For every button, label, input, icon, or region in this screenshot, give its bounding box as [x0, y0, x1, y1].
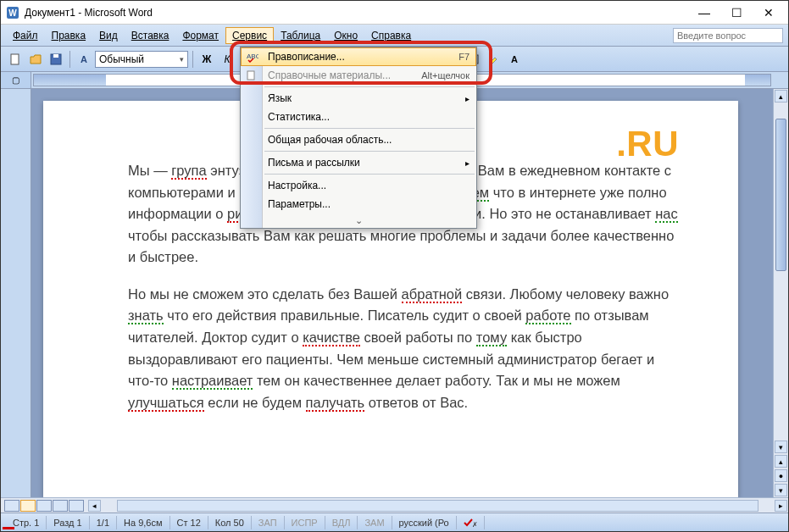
- bold-button[interactable]: Ж: [197, 50, 216, 69]
- status-pages: 1/1: [90, 516, 117, 529]
- new-doc-button[interactable]: [6, 50, 25, 69]
- svg-text:W: W: [8, 8, 17, 18]
- horizontal-scrollbar-row: ◂ ▸: [1, 497, 788, 513]
- menu-item-language[interactable]: Язык ▸: [241, 89, 476, 108]
- help-question-box[interactable]: [673, 28, 783, 43]
- statusbar: Стр. 1 Разд 1 1/1 На 9,6см Ст 12 Кол 50 …: [1, 513, 788, 531]
- grammar-error: знать: [128, 308, 164, 324]
- font-color-button[interactable]: A: [505, 50, 524, 69]
- open-button[interactable]: [26, 50, 45, 69]
- svg-rect-12: [247, 71, 254, 80]
- spellcheck-icon: ABC: [246, 50, 259, 64]
- window-controls: — ☐ ✕: [688, 3, 785, 23]
- svg-rect-2: [11, 54, 19, 64]
- ruler-corner: ▢: [1, 72, 31, 88]
- paragraph-2: Но мы не сможем это сделать без Вашей аб…: [128, 284, 679, 413]
- scroll-left-button[interactable]: ◂: [88, 500, 101, 512]
- grammar-error: настраивает: [172, 373, 253, 390]
- app-icon: W: [6, 6, 19, 19]
- status-ext[interactable]: ВДЛ: [325, 516, 358, 529]
- status-ovr[interactable]: ЗАМ: [358, 516, 392, 529]
- styles-button[interactable]: A: [75, 50, 93, 69]
- submenu-arrow-icon: ▸: [465, 158, 470, 168]
- view-mode-buttons: [1, 500, 87, 512]
- scroll-down-button[interactable]: ▾: [775, 441, 787, 453]
- menu-format[interactable]: Формат: [175, 27, 225, 44]
- window-title: Документ1 - Microsoft Word: [25, 7, 688, 19]
- titlebar: W Документ1 - Microsoft Word — ☐ ✕: [1, 1, 788, 25]
- horizontal-scrollbar[interactable]: [117, 500, 758, 512]
- menu-item-workspace[interactable]: Общая рабочая область...: [241, 130, 476, 149]
- svg-text:✗: ✗: [472, 521, 477, 528]
- menubar: Файл Правка Вид Вставка Формат Сервис Та…: [1, 25, 788, 47]
- status-trk[interactable]: ИСПР: [285, 516, 325, 529]
- menu-item-research[interactable]: Справочные материалы... Alt+щелчок: [241, 66, 476, 85]
- status-col: Кол 50: [208, 516, 252, 529]
- view-web-button[interactable]: [36, 500, 52, 512]
- next-page-button[interactable]: ▾: [775, 484, 787, 496]
- menu-window[interactable]: Окно: [327, 27, 364, 44]
- menu-file[interactable]: Файл: [6, 27, 45, 44]
- scroll-thumb[interactable]: [775, 119, 786, 271]
- menu-view[interactable]: Вид: [92, 27, 125, 44]
- menu-item-spelling[interactable]: ABC Правописание... F7: [241, 47, 476, 66]
- spelling-error: група: [171, 163, 206, 180]
- save-button[interactable]: [47, 50, 65, 69]
- maximize-button[interactable]: ☐: [720, 3, 753, 23]
- view-normal-button[interactable]: [4, 500, 19, 512]
- status-section: Разд 1: [47, 516, 89, 529]
- spelling-error: качистве: [303, 330, 360, 346]
- view-reading-button[interactable]: [69, 500, 84, 512]
- spelling-error: улучшаться: [128, 395, 204, 412]
- menu-item-options[interactable]: Параметры...: [241, 195, 476, 213]
- spelling-error: абратной: [402, 286, 463, 303]
- view-layout-button[interactable]: [20, 500, 36, 512]
- menu-item-customize[interactable]: Настройка...: [241, 176, 476, 195]
- menu-service[interactable]: Сервис: [225, 27, 274, 44]
- browse-object-button[interactable]: ●: [775, 469, 787, 482]
- status-line: Ст 12: [170, 516, 208, 529]
- highlight-button[interactable]: [485, 50, 503, 69]
- scroll-right-button[interactable]: ▸: [775, 500, 787, 512]
- service-dropdown-menu: ABC Правописание... F7 Справочные матери…: [240, 47, 477, 229]
- scroll-up-button[interactable]: ▴: [775, 90, 787, 103]
- spelling-error: палучать: [306, 395, 365, 412]
- status-rec[interactable]: ЗАП: [252, 516, 285, 529]
- minimize-button[interactable]: —: [688, 3, 720, 23]
- svg-rect-4: [53, 54, 58, 58]
- app-window: W Документ1 - Microsoft Word — ☐ ✕ Файл …: [0, 0, 789, 532]
- research-icon: [245, 69, 258, 82]
- status-spellcheck-icon[interactable]: ✗: [457, 516, 485, 529]
- vertical-scrollbar[interactable]: ▴ ▾ ▴ ● ▾: [773, 89, 788, 497]
- view-outline-button[interactable]: [53, 500, 68, 512]
- menu-item-statistics[interactable]: Статистика...: [241, 108, 476, 126]
- close-button[interactable]: ✕: [753, 3, 785, 23]
- grammar-error: нас: [655, 206, 678, 223]
- menu-item-mail-merge[interactable]: Письма и рассылки ▸: [241, 153, 476, 172]
- vertical-ruler[interactable]: [1, 89, 31, 497]
- status-at: На 9,6см: [117, 516, 169, 529]
- prev-page-button[interactable]: ▴: [775, 455, 787, 468]
- style-selector[interactable]: Обычный: [95, 51, 188, 68]
- chevron-down-icon: ⌄: [355, 215, 363, 225]
- grammar-error: тому: [476, 330, 507, 346]
- status-lang[interactable]: русский (Ро: [392, 516, 457, 529]
- menu-help[interactable]: Справка: [364, 27, 418, 44]
- menu-edit[interactable]: Правка: [45, 27, 93, 44]
- grammar-error: работе: [525, 308, 570, 324]
- menu-expand-button[interactable]: ⌄: [241, 213, 476, 228]
- italic-button[interactable]: К: [218, 50, 236, 69]
- question-input[interactable]: [673, 28, 783, 43]
- submenu-arrow-icon: ▸: [465, 94, 470, 103]
- menu-table[interactable]: Таблица: [274, 27, 327, 44]
- page-logo: .RU: [616, 116, 679, 171]
- menu-insert[interactable]: Вставка: [125, 27, 176, 44]
